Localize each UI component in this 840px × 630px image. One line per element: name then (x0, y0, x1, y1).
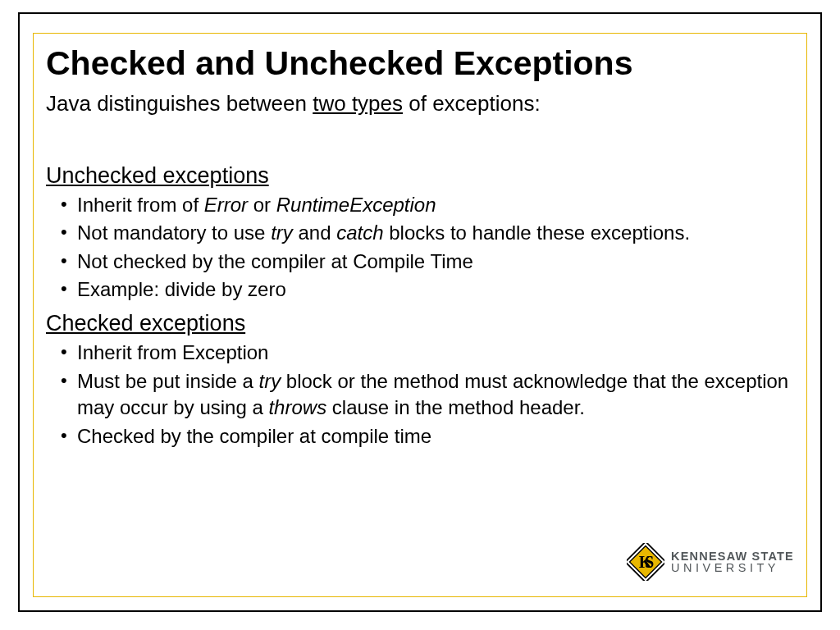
logo-line2: UNIVERSITY (671, 562, 794, 574)
list-item: Inherit from Exception (77, 340, 794, 366)
list-item: Inherit from of Error or RuntimeExceptio… (77, 192, 794, 218)
logo-text: KENNESAW STATE UNIVERSITY (671, 550, 794, 574)
list-item: Not mandatory to use try and catch block… (77, 220, 794, 246)
slide-title: Checked and Unchecked Exceptions (46, 45, 794, 82)
university-logo: K S KENNESAW STATE UNIVERSITY (627, 543, 794, 581)
italic-text: throws (268, 396, 326, 418)
section2-heading: Checked exceptions (46, 311, 794, 336)
section1-heading: Unchecked exceptions (46, 163, 794, 189)
text: Not mandatory to use (77, 221, 271, 244)
italic-text: RuntimeException (276, 194, 436, 216)
italic-text: catch (336, 221, 383, 244)
intro-underlined: two types (313, 91, 403, 116)
italic-text: Error (204, 194, 248, 216)
italic-text: try (258, 370, 281, 392)
section2-list: Inherit from Exception Must be put insid… (46, 340, 794, 450)
section1-list: Inherit from of Error or RuntimeExceptio… (46, 192, 794, 304)
ks-logo-icon: K S (627, 543, 664, 581)
list-item: Must be put inside a try block or the me… (77, 368, 794, 422)
text: or (248, 194, 276, 216)
text: blocks to handle these exceptions. (384, 221, 691, 244)
slide-content: Checked and Unchecked Exceptions Java di… (46, 45, 794, 584)
text: and (293, 221, 336, 244)
text: clause in the method header. (326, 396, 585, 418)
list-item: Checked by the compiler at compile time (77, 423, 794, 450)
logo-line1: KENNESAW STATE (671, 550, 794, 563)
text: Must be put inside a (77, 370, 258, 392)
list-item: Not checked by the compiler at Compile T… (77, 249, 794, 275)
text: Inherit from of (77, 194, 204, 216)
intro-line: Java distinguishes between two types of … (46, 90, 794, 118)
list-item: Example: divide by zero (77, 276, 794, 303)
italic-text: try (271, 221, 293, 244)
svg-text:S: S (645, 553, 654, 571)
intro-text-post: of exceptions: (403, 91, 541, 116)
intro-text-pre: Java distinguishes between (46, 91, 313, 116)
